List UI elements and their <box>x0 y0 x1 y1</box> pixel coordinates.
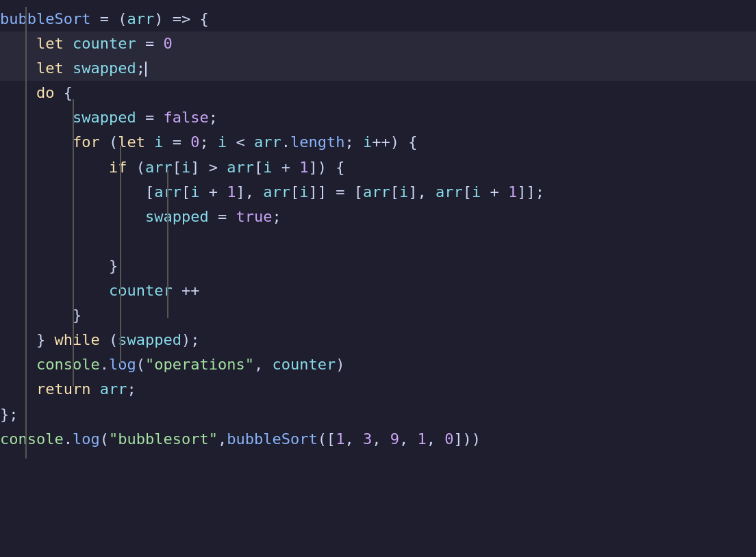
code-line-4: do { <box>0 81 756 105</box>
code-content: bubbleSort = (arr) => { let counter = 0 … <box>0 7 756 452</box>
code-line-10 <box>0 229 756 254</box>
code-line-2: let counter = 0 <box>0 31 756 56</box>
code-line-7: if (arr[i] > arr[i + 1]) { <box>0 155 756 180</box>
code-line-14: } while (swapped); <box>0 328 756 352</box>
code-line-13: } <box>0 303 756 328</box>
code-line-15: console.log("operations", counter) <box>0 352 756 377</box>
code-line-1: bubbleSort = (arr) => { <box>0 7 756 31</box>
code-line-3: let swapped; <box>0 56 756 81</box>
code-line-9: swapped = true; <box>0 205 756 229</box>
code-editor: bubbleSort = (arr) => { let counter = 0 … <box>0 0 756 458</box>
code-line-11: } <box>0 254 756 278</box>
code-line-16: return arr; <box>0 377 756 402</box>
code-line-12: counter ++ <box>0 278 756 303</box>
code-line-18: console.log("bubblesort",bubbleSort([1, … <box>0 427 756 452</box>
code-line-8: [arr[i + 1], arr[i]] = [arr[i], arr[i + … <box>0 180 756 205</box>
code-line-6: for (let i = 0; i < arr.length; i++) { <box>0 130 756 155</box>
code-line-5: swapped = false; <box>0 105 756 130</box>
code-line-17: }; <box>0 402 756 427</box>
